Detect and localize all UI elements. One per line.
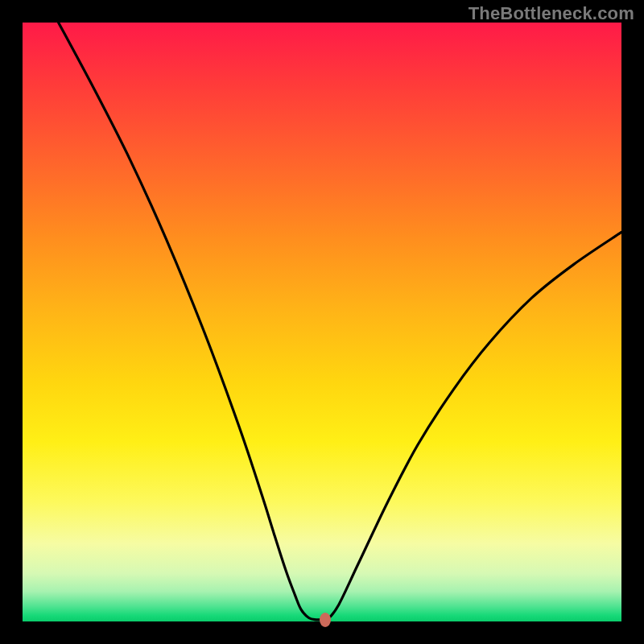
- watermark-text: TheBottleneck.com: [469, 3, 634, 24]
- curve-svg: [23, 23, 621, 621]
- plot-area: [23, 23, 621, 621]
- bottleneck-marker: [320, 613, 331, 627]
- curve-path: [59, 23, 621, 621]
- chart-frame: TheBottleneck.com: [0, 0, 644, 644]
